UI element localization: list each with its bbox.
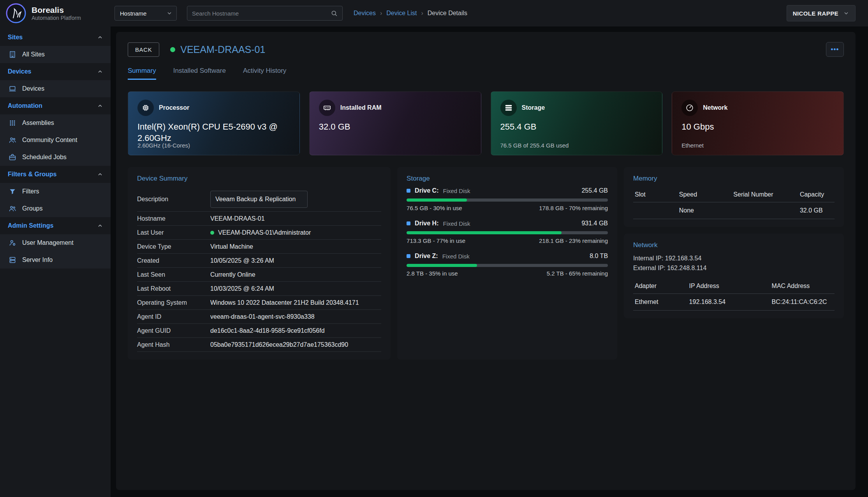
detail-panels: Device Summary Description Hostname VEEA… — [128, 167, 844, 360]
cpu-icon — [137, 100, 154, 116]
memory-row: None 32.0 GB — [633, 202, 835, 219]
summary-row-agent-hash: Agent Hash 05ba0e7935171d626ecea29b27d7a… — [137, 338, 381, 352]
panel-title: Memory — [633, 175, 835, 183]
drive-z-progress — [407, 264, 608, 267]
panel-title: Storage — [407, 175, 608, 183]
sidebar-section-sites[interactable]: Sites — [0, 29, 111, 46]
search-icon[interactable] — [331, 10, 338, 17]
ram-value: 32.0 GB — [319, 121, 461, 132]
breadcrumb: Devices › Device List › Device Details — [354, 10, 467, 17]
drive-used: 2.8 TB - 35% in use — [407, 270, 458, 277]
sidebar-item-filters[interactable]: Filters — [0, 183, 111, 200]
card-title: Installed RAM — [340, 104, 382, 111]
network-header-mac: MAC Address — [770, 279, 835, 294]
breadcrumb-devices[interactable]: Devices — [354, 10, 376, 17]
breadcrumb-device-list[interactable]: Device List — [386, 10, 417, 17]
description-input[interactable] — [210, 191, 308, 208]
more-actions-button[interactable]: ••• — [826, 42, 844, 57]
user-menu-button[interactable]: NICOLE RAPPE — [787, 5, 856, 21]
stack-icon — [500, 100, 517, 116]
server-icon — [9, 256, 16, 264]
sidebar: Sites All Sites Devices Devices Automati… — [0, 26, 111, 497]
drive-remaining: 218.1 GB - 23% remaining — [539, 237, 608, 244]
summary-row-operating-system: Operating System Windows 10 2022 Datacen… — [137, 296, 381, 310]
chevron-up-icon — [97, 223, 103, 229]
processor-footer: 2.60GHz (16-Cores) — [137, 142, 190, 149]
tab-summary[interactable]: Summary — [128, 67, 156, 80]
drive-c: Drive C: Fixed Disk 255.4 GB 76.5 GB - 3… — [407, 187, 608, 211]
summary-row-description: Description — [137, 187, 381, 212]
network-ip: 192.168.3.54 — [688, 293, 770, 310]
sidebar-item-all-sites[interactable]: All Sites — [0, 46, 111, 63]
app-subtitle: Automation Platform — [32, 15, 81, 21]
ram-card: Installed RAM 32.0 GB — [309, 91, 481, 155]
top-bar: Borealis Automation Platform Hostname De… — [0, 0, 868, 26]
summary-row-last-user: Last User VEEAM-DRAAS-01\Administrator — [137, 226, 381, 240]
sidebar-section-filters-groups[interactable]: Filters & Groups — [0, 166, 111, 183]
app-name: Borealis — [32, 5, 81, 15]
network-mac: BC:24:11:CA:C6:2C — [770, 293, 835, 310]
chevron-up-icon — [97, 34, 103, 40]
drive-bullet-icon — [407, 221, 410, 225]
grid-icon — [9, 119, 16, 127]
device-details-panel: BACK VEEAM-DRAAS-01 ••• Summary Installe… — [116, 32, 856, 490]
briefcase-icon — [9, 153, 16, 161]
external-ip: External IP: 162.248.8.114 — [633, 263, 835, 273]
chevron-up-icon — [97, 68, 103, 75]
card-title: Network — [703, 104, 727, 111]
search-box[interactable] — [187, 6, 343, 21]
sidebar-item-groups[interactable]: Groups — [0, 200, 111, 217]
gauge-icon — [681, 100, 698, 116]
user-menu-label: NICOLE RAPPE — [793, 10, 838, 17]
storage-value: 255.4 GB — [500, 121, 642, 132]
network-table: Adapter IP Address MAC Address Ethernet … — [633, 279, 835, 311]
summary-row-last-reboot: Last Reboot 10/03/2025 @ 6:24 AM — [137, 282, 381, 296]
sidebar-item-user-management[interactable]: User Management — [0, 234, 111, 251]
people-icon — [9, 205, 16, 212]
network-row: Ethernet 192.168.3.54 BC:24:11:CA:C6:2C — [633, 293, 835, 310]
online-status-dot — [170, 47, 175, 52]
summary-row-agent-guid: Agent GUID de16c0c1-8aa2-4d18-9585-9ce91… — [137, 324, 381, 338]
sidebar-section-devices[interactable]: Devices — [0, 63, 111, 80]
breadcrumb-separator-icon: › — [380, 10, 382, 17]
memory-capacity: 32.0 GB — [798, 202, 835, 219]
sidebar-item-devices[interactable]: Devices — [0, 80, 111, 97]
summary-row-hostname: Hostname VEEAM-DRAAS-01 — [137, 212, 381, 226]
memory-header-capacity: Capacity — [798, 187, 835, 202]
tab-installed-software[interactable]: Installed Software — [173, 67, 226, 80]
drive-z: Drive Z: Fixed Disk 8.0 TB 2.8 TB - 35% … — [407, 253, 608, 277]
sidebar-item-assemblies[interactable]: Assemblies — [0, 114, 111, 132]
summary-row-created: Created 10/05/2025 @ 3:26 AM — [137, 254, 381, 268]
chevron-down-icon — [166, 10, 173, 16]
network-header-ip: IP Address — [688, 279, 770, 294]
storage-footer: 76.5 GB of 255.4 GB used — [500, 142, 569, 149]
chevron-down-icon — [843, 10, 849, 16]
sidebar-section-admin-settings[interactable]: Admin Settings — [0, 217, 111, 234]
processor-value: Intel(R) Xeon(R) CPU E5-2690 v3 @ 2.60GH… — [137, 121, 279, 144]
drive-remaining: 178.8 GB - 70% remaining — [539, 205, 608, 211]
chevron-up-icon — [97, 103, 103, 109]
search-field-dropdown[interactable]: Hostname — [114, 6, 177, 21]
ellipsis-icon: ••• — [831, 46, 839, 53]
sidebar-item-server-info[interactable]: Server Info — [0, 251, 111, 269]
tab-activity-history[interactable]: Activity History — [243, 67, 286, 80]
search-input[interactable] — [192, 10, 331, 17]
breadcrumb-device-details: Device Details — [428, 10, 467, 17]
storage-panel: Storage Drive C: Fixed Disk 255.4 GB — [397, 167, 617, 360]
drive-h: Drive H: Fixed Disk 931.4 GB 713.3 GB - … — [407, 220, 608, 244]
back-button[interactable]: BACK — [128, 42, 159, 57]
sidebar-item-community-content[interactable]: Community Content — [0, 132, 111, 149]
online-status-dot — [210, 231, 214, 235]
storage-card: Storage 255.4 GB 76.5 GB of 255.4 GB use… — [491, 91, 663, 155]
memory-slot — [633, 202, 678, 219]
brand: Borealis Automation Platform — [0, 3, 111, 24]
drive-used: 713.3 GB - 77% in use — [407, 237, 465, 244]
drive-h-progress — [407, 231, 608, 234]
summary-row-agent-id: Agent ID veeam-draas-01-agent-svc-8930a3… — [137, 310, 381, 324]
memory-table: Slot Speed Serial Number Capacity None — [633, 187, 835, 219]
card-title: Storage — [522, 104, 545, 111]
breadcrumb-separator-icon: › — [421, 10, 423, 17]
drive-used: 76.5 GB - 30% in use — [407, 205, 462, 211]
sidebar-item-scheduled-jobs[interactable]: Scheduled Jobs — [0, 149, 111, 166]
sidebar-section-automation[interactable]: Automation — [0, 97, 111, 114]
